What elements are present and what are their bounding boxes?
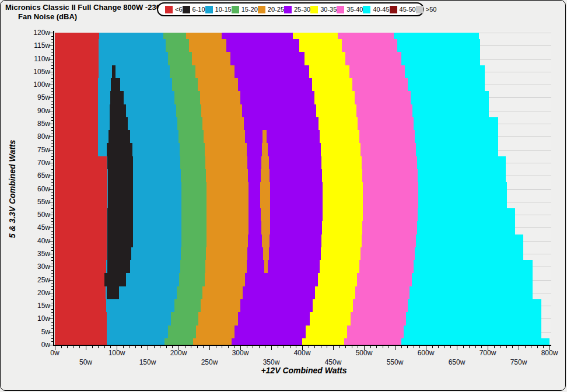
- contour-segment: [318, 117, 358, 130]
- contour-segment: [404, 326, 541, 338]
- x-tick-label: 650w: [444, 358, 470, 366]
- contour-segment: [198, 78, 238, 91]
- contour-segment: [174, 299, 201, 312]
- y-minor-tick: [51, 107, 53, 108]
- contour-segment: [360, 247, 415, 260]
- contour-segment: [206, 169, 248, 182]
- contour-segment: [206, 221, 249, 235]
- contour-segment: [268, 260, 320, 273]
- contour-segment: [200, 91, 240, 104]
- contour-segment: [130, 260, 180, 273]
- x-tick-label: 0w: [42, 349, 68, 357]
- y-minor-tick: [51, 140, 53, 141]
- contour-segment: [312, 78, 352, 91]
- contour-segment: [249, 182, 260, 195]
- contour-segment: [249, 208, 261, 221]
- y-tick-label: 5w: [27, 328, 50, 336]
- contour-segment: [55, 182, 107, 195]
- x-minor-tick: [438, 346, 439, 348]
- contour-segment: [408, 299, 541, 312]
- x-minor-tick: [278, 346, 278, 348]
- y-tick-label: 30w: [27, 262, 50, 271]
- contour-segment: [107, 312, 171, 326]
- contour-segment: [362, 156, 417, 169]
- contour-segment: [416, 143, 498, 156]
- legend-item: 45-50: [390, 6, 416, 13]
- contour-segment: [345, 52, 401, 65]
- contour-segment: [347, 326, 404, 338]
- contour-segment: [415, 130, 498, 143]
- y-minor-tick: [51, 43, 53, 43]
- contour-segment: [55, 39, 99, 52]
- x-tick-label: 800w: [537, 349, 562, 357]
- contour-segment: [107, 286, 119, 299]
- contour-segment: [55, 91, 98, 104]
- x-minor-tick: [537, 346, 538, 348]
- contour-segment: [133, 195, 181, 208]
- y-minor-tick: [51, 225, 53, 225]
- contour-segment: [245, 273, 318, 286]
- contour-segment: [179, 273, 205, 286]
- contour-segment: [120, 78, 172, 91]
- contour-segment: [418, 195, 507, 208]
- contour-segment: [181, 182, 206, 195]
- y-minor-tick: [51, 257, 53, 258]
- x-tick-label: 250w: [197, 358, 222, 366]
- x-minor-tick: [388, 346, 389, 348]
- contour-segment: [249, 195, 260, 208]
- y-minor-tick: [51, 296, 53, 296]
- y-tick-label: 45w: [27, 223, 50, 232]
- y-tick-label: 85w: [27, 120, 50, 128]
- contour-segment: [131, 247, 181, 260]
- legend-label: 10-15: [215, 6, 232, 13]
- contour-segment: [55, 235, 107, 247]
- contour-segment: [362, 235, 416, 247]
- contour-segment: [363, 182, 418, 195]
- y-minor-tick: [51, 166, 53, 166]
- legend-swatch-icon: [284, 6, 292, 13]
- contour-segment: [405, 65, 485, 78]
- contour-segment: [104, 273, 126, 286]
- x-minor-tick: [290, 346, 290, 348]
- x-major-tick: [457, 346, 457, 350]
- x-minor-tick: [197, 346, 198, 348]
- x-tick-label: 700w: [475, 349, 501, 357]
- contour-segment: [181, 247, 206, 260]
- contour-segment: [133, 221, 181, 235]
- contour-segment: [270, 195, 323, 208]
- contour-segment: [344, 338, 401, 345]
- legend-swatch-icon: [416, 6, 424, 13]
- contour-segment: [55, 117, 98, 130]
- contour-segment: [106, 299, 174, 312]
- x-minor-tick: [314, 346, 315, 348]
- y-minor-tick: [51, 289, 53, 290]
- x-minor-tick: [444, 346, 445, 348]
- contour-segment: [320, 260, 359, 273]
- contour-segment: [201, 299, 240, 312]
- x-minor-tick: [253, 346, 253, 348]
- contour-segment: [98, 130, 108, 143]
- legend-label: 20-25: [268, 6, 284, 13]
- contour-segment: [205, 260, 247, 273]
- contour-segment: [98, 143, 107, 156]
- contour-segment: [302, 338, 344, 345]
- contour-segment: [230, 52, 304, 65]
- legend-label: <6: [175, 6, 183, 13]
- contour-segment: [418, 169, 506, 182]
- contour-segment: [99, 39, 166, 52]
- contour-segment: [107, 247, 131, 260]
- contour-segment: [205, 156, 247, 169]
- y-minor-tick: [51, 328, 53, 329]
- x-major-tick: [519, 346, 519, 350]
- contour-segment: [55, 221, 107, 235]
- contour-segment: [358, 117, 414, 130]
- y-minor-tick: [51, 198, 53, 199]
- x-major-tick: [395, 346, 396, 350]
- contour-segment: [192, 52, 230, 65]
- contour-segment: [260, 195, 270, 208]
- legend-label: 35-40: [346, 6, 363, 13]
- contour-segment: [180, 156, 205, 169]
- x-minor-tick: [160, 346, 160, 348]
- contour-segment: [133, 182, 181, 195]
- y-minor-tick: [51, 309, 53, 310]
